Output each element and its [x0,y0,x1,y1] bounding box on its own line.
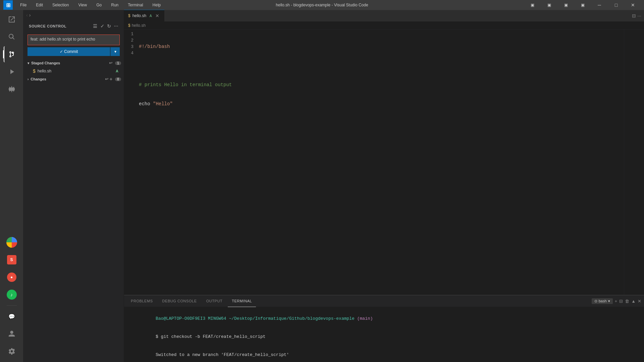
nav-back[interactable]: ‹ [26,12,28,18]
staged-filename: hello.sh [38,69,51,73]
nav-arrows: ‹ › [23,10,124,20]
bash-label: bash [599,299,607,303]
staged-header-right: ↩ 1 [109,61,121,65]
activity-bar: S ● ♪ 💬 [0,10,23,362]
file-add-status: A [116,69,118,73]
staged-file-hello[interactable]: $ hello.sh A [23,67,124,75]
customize-layout[interactable]: ▣ [575,0,590,10]
commit-btn-row: ✓ Commit ▾ [28,47,120,56]
maximize-panel-icon[interactable]: ▲ [631,299,636,304]
tab-close-button[interactable]: ✕ [155,13,159,18]
tab-bar: $ hello.sh A ✕ ⊟ ··· [124,10,644,22]
split-editor-icon[interactable]: ⊟ [632,13,636,18]
activity-settings[interactable] [4,343,20,359]
menu-selection[interactable]: Selection [50,2,71,8]
activity-spotify[interactable]: ♪ [4,287,20,303]
activity-search[interactable] [4,29,20,45]
maximize-button[interactable]: □ [608,0,624,10]
changes-badge: 0 [115,77,121,81]
changes-header-right: ↩ + 0 [105,76,121,82]
split-terminal-icon[interactable]: ⊟ [619,299,623,304]
activity-explorer[interactable] [4,11,20,27]
code-content[interactable]: #!/bin/bash # prints Hello in terminal o… [138,29,624,295]
term-output-1: Switched to a new branch 'FEAT/create_he… [156,352,289,357]
bash-icon: ⊙ [594,299,597,303]
more-tabs-icon[interactable]: ··· [637,13,641,18]
menu-file[interactable]: File [18,2,29,8]
sidebar-changes-icon[interactable]: ☰ [93,23,98,29]
sidebar-more-icon[interactable]: ··· [114,23,118,29]
unstage-all-icon[interactable]: ↩ [109,61,112,65]
staged-changes-section[interactable]: ▾ Staged Changes ↩ 1 [23,59,124,67]
add-terminal-icon[interactable]: + [615,299,618,304]
menu-edit[interactable]: Edit [34,2,45,8]
code-line-2 [138,63,624,69]
toggle-secondary-sidebar[interactable]: ▣ [558,0,574,10]
discard-all-icon[interactable]: ↩ [105,77,108,81]
menu-terminal[interactable]: Terminal [126,2,145,8]
sidebar-header-icons: ☰ ✓ ↻ ··· [93,23,118,29]
panel-tab-output[interactable]: OUTPUT [202,295,227,307]
toggle-panel[interactable]: ▣ [541,0,557,10]
bash-dropdown[interactable]: ▾ [608,299,610,303]
titlebar-left: ⊞ File Edit Selection View Go Run Termin… [3,0,163,10]
window-title: hello.sh - blogdevops-example - Visual S… [276,3,368,7]
minimize-button[interactable]: ─ [592,0,607,10]
panel-tabs: PROBLEMS DEBUG CONSOLE OUTPUT TERMINAL ⊙… [124,295,644,307]
toggle-primary-sidebar[interactable]: ▣ [525,0,540,10]
changes-actions: ↩ + [105,76,112,82]
commit-message-input[interactable]: feat: add hello.sh script to print echo [28,35,120,45]
commit-dropdown-button[interactable]: ▾ [110,47,120,56]
activity-run[interactable] [4,64,20,80]
editor-content: $ hello.sh 1 2 3 4 #!/bin/bash # prints … [124,22,644,295]
panel-tab-debug[interactable]: DEBUG CONSOLE [158,295,201,307]
commit-area: feat: add hello.sh script to print echo … [23,32,124,59]
activity-chrome[interactable] [4,234,20,250]
panel-tab-terminal[interactable]: TERMINAL [228,295,256,307]
stage-all-icon[interactable]: + [110,76,112,82]
kill-terminal-icon[interactable]: 🗑 [625,299,629,304]
breadcrumb-dollar-icon: $ [128,23,130,28]
menu-help[interactable]: Help [151,2,163,8]
nav-forward[interactable]: › [29,12,31,18]
changes-section[interactable]: › Changes ↩ + 0 [23,75,124,83]
code-line-4: echo "Hello" [138,101,624,107]
line-numbers: 1 2 3 4 [124,29,138,295]
menu-bar: File Edit Selection View Go Run Terminal… [18,2,163,8]
terminal-content[interactable]: Bao@LAPTOP-O0DF9EI3 MINGW64 ~/Desktop/In… [124,307,644,362]
activity-source-control[interactable] [4,46,20,62]
line-num-1: 1 [129,31,133,37]
sidebar-refresh-icon[interactable]: ↻ [107,23,111,29]
activity-accounts[interactable] [4,326,20,342]
close-panel-icon[interactable]: ✕ [638,299,641,304]
changes-label: Changes [31,77,46,81]
sidebar: ‹ › Source Control ☰ ✓ ↻ ··· feat: add h… [23,10,124,362]
breadcrumb: $ hello.sh [124,22,644,29]
term-path-1: MINGW64 ~/Desktop/Informatique/Github/bl… [205,316,355,321]
commit-button[interactable]: ✓ Commit [28,47,110,56]
line-num-3: 3 [129,44,133,50]
code-line-3: # prints Hello in terminal output [138,82,624,88]
sidebar-checkmark-icon[interactable]: ✓ [100,23,105,29]
activity-bar-bottom: S ● ♪ 💬 [4,234,20,362]
menu-go[interactable]: Go [94,2,104,8]
term-branch-1: (main) [357,316,373,321]
menu-run[interactable]: Run [109,2,120,8]
activity-ext1[interactable]: S [4,252,20,268]
changes-chevron: › [28,77,29,81]
window-controls: ▣ ▣ ▣ ▣ ─ □ ✕ [525,0,641,10]
breadcrumb-filename: hello.sh [132,23,146,28]
activity-ext2[interactable]: ● [4,269,20,285]
menu-view[interactable]: View [76,2,89,8]
panel-tab-problems[interactable]: PROBLEMS [127,295,157,307]
close-button[interactable]: ✕ [625,0,641,10]
editor-area: $ hello.sh A ✕ ⊟ ··· $ hello.sh 1 2 [124,10,644,362]
code-area[interactable]: 1 2 3 4 #!/bin/bash # prints Hello in te… [124,29,644,295]
term-user-1: Bao@LAPTOP-O0DF9EI3 [156,316,205,321]
editor-tab-hello[interactable]: $ hello.sh A ✕ [124,10,164,21]
activity-extensions[interactable] [4,81,20,97]
activity-chat[interactable]: 💬 [4,308,20,324]
code-line-1: #!/bin/bash [138,44,624,50]
tab-filename: hello.sh [132,13,146,18]
minimap [624,29,644,295]
